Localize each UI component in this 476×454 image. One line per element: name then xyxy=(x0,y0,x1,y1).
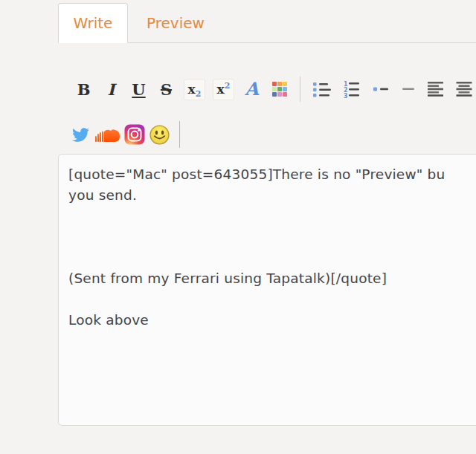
align-left-icon xyxy=(427,81,445,97)
tab-write-label: Write xyxy=(74,14,113,32)
superscript-digit: 2 xyxy=(225,82,231,90)
subscript-digit: 2 xyxy=(196,90,202,98)
underline-icon: U xyxy=(132,82,145,97)
ordered-list-button[interactable]: 1 2 3 xyxy=(342,77,361,102)
horizontal-rule-icon xyxy=(402,87,415,91)
instagram-icon xyxy=(124,124,145,145)
align-center-button[interactable] xyxy=(455,77,473,102)
horizontal-rule-button[interactable] xyxy=(399,77,416,102)
soundcloud-icon xyxy=(95,127,120,143)
media-toolbar xyxy=(68,120,187,149)
twitter-icon xyxy=(71,126,91,143)
tab-preview-label: Preview xyxy=(147,14,205,32)
unordered-list-button[interactable] xyxy=(312,77,332,102)
superscript-icon: x xyxy=(217,83,225,96)
formatting-toolbar: B I U S x 2 x 2 A xyxy=(70,75,476,103)
ordered-list-icon: 1 2 3 xyxy=(342,80,361,98)
subscript-button[interactable]: x 2 xyxy=(184,79,205,100)
italic-icon: I xyxy=(108,82,115,97)
subscript-icon: x xyxy=(188,83,196,96)
unordered-list-icon xyxy=(312,81,332,98)
strikethrough-button[interactable]: S xyxy=(158,77,175,102)
italic-button[interactable]: I xyxy=(103,77,120,102)
font-color-icon: A xyxy=(245,80,259,98)
align-center-icon xyxy=(455,81,473,97)
underline-button[interactable]: U xyxy=(130,77,147,102)
media-toolbar-divider xyxy=(179,121,180,148)
twitter-button[interactable] xyxy=(71,126,91,143)
color-palette-icon xyxy=(272,82,287,97)
color-palette-button[interactable] xyxy=(271,77,288,102)
tab-bar: Write Preview xyxy=(58,2,476,43)
strikethrough-icon: S xyxy=(161,82,172,97)
list-item-button[interactable] xyxy=(372,77,389,102)
font-color-button[interactable]: A xyxy=(243,77,260,102)
superscript-button[interactable]: x 2 xyxy=(213,79,234,100)
tab-preview[interactable]: Preview xyxy=(128,3,223,42)
svg-text:3: 3 xyxy=(344,93,348,99)
editor-panel: Write Preview B I U S x 2 x 2 A xyxy=(58,0,476,454)
bold-icon: B xyxy=(77,82,91,97)
toolbar-divider xyxy=(300,77,300,102)
smiley-icon xyxy=(149,125,170,145)
post-body-textarea[interactable]: [quote="Mac" post=643055]There is no "Pr… xyxy=(58,154,476,426)
list-item-icon xyxy=(373,85,389,93)
align-left-button[interactable] xyxy=(427,77,445,102)
bold-button[interactable]: B xyxy=(75,77,92,102)
tab-write[interactable]: Write xyxy=(58,3,128,43)
instagram-button[interactable] xyxy=(124,124,145,145)
smiley-button[interactable] xyxy=(149,125,170,145)
soundcloud-button[interactable] xyxy=(95,127,120,143)
